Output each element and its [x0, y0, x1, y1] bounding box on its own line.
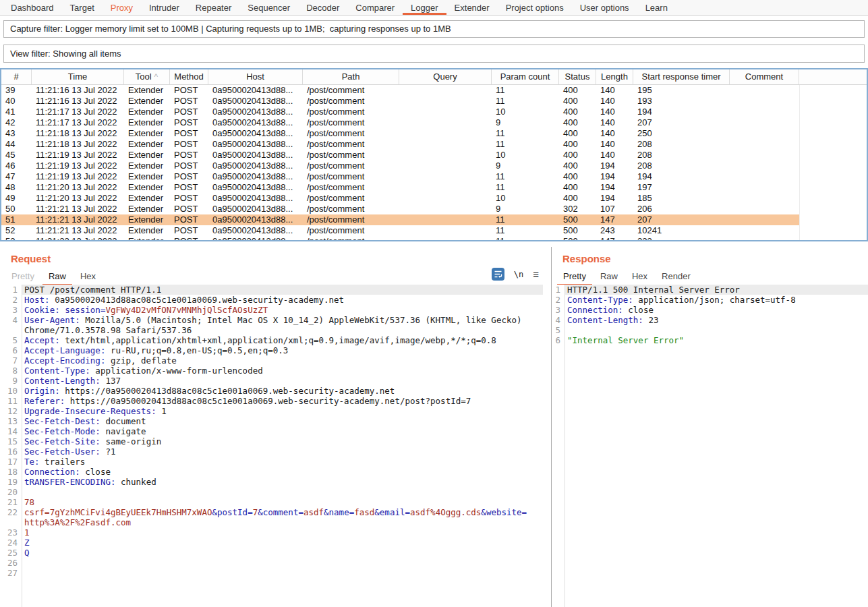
column-header--[interactable]: #	[1, 69, 32, 84]
table-row-47[interactable]: 4711:21:19 13 Jul 2022ExtenderPOST0a9500…	[1, 171, 799, 182]
cell-query	[399, 107, 492, 117]
editor-line: 4User-Agent: Mozilla/5.0 (Macintosh; Int…	[0, 315, 543, 325]
cell-host: 0a9500020413d88...	[208, 150, 303, 161]
editor-menu-icon[interactable]: ≡	[533, 269, 539, 279]
request-tab-pretty[interactable]: Pretty	[5, 269, 40, 286]
editor-line: 20	[0, 487, 543, 497]
request-tab-raw[interactable]: Raw	[42, 269, 72, 286]
cell-method: POST	[170, 225, 208, 236]
column-header-path[interactable]: Path	[303, 69, 399, 84]
line-content: HTTP/1.1 500 Internal Server Error	[565, 285, 868, 295]
table-row-44[interactable]: 4411:21:18 13 Jul 2022ExtenderPOST0a9500…	[1, 139, 799, 150]
column-header-host[interactable]: Host	[208, 69, 303, 84]
table-row-40[interactable]: 4011:21:16 13 Jul 2022ExtenderPOST0a9500…	[1, 96, 799, 107]
menu-tab-user-options[interactable]: User options	[572, 0, 637, 15]
table-row-39[interactable]: 3911:21:16 13 Jul 2022ExtenderPOST0a9500…	[1, 85, 799, 96]
line-number: 2	[0, 295, 22, 305]
view-filter-bar[interactable]: View filter: Showing all items	[3, 45, 865, 63]
table-row-42[interactable]: 4211:21:17 13 Jul 2022ExtenderPOST0a9500…	[1, 117, 799, 128]
cell-query	[399, 204, 492, 214]
cell-start-response-timer: 207	[633, 117, 730, 128]
cell-host: 0a9500020413d88...	[208, 96, 303, 107]
cell-tool: Extender	[124, 150, 170, 161]
menu-tab-logger[interactable]: Logger	[403, 0, 446, 15]
table-row-52[interactable]: 5211:21:21 13 Jul 2022ExtenderPOST0a9500…	[1, 225, 799, 236]
column-header-method[interactable]: Method	[170, 69, 208, 84]
request-tab-hex[interactable]: Hex	[74, 269, 102, 286]
cell-length: 140	[596, 117, 633, 128]
response-tab-bar: PrettyRawHexRender	[557, 269, 868, 286]
line-number	[0, 325, 22, 335]
wrap-toggle-icon[interactable]	[492, 268, 504, 281]
cell-status: 400	[559, 171, 596, 182]
cell-param-count: 11	[492, 96, 559, 107]
request-editor[interactable]: 1POST /post/comment HTTP/1.12Host: 0a950…	[0, 285, 543, 607]
menu-tab-intruder[interactable]: Intruder	[141, 0, 187, 15]
table-row-46[interactable]: 4611:21:19 13 Jul 2022ExtenderPOST0a9500…	[1, 161, 799, 171]
menu-tab-comparer[interactable]: Comparer	[347, 0, 403, 15]
response-tab-pretty[interactable]: Pretty	[557, 269, 592, 286]
column-header-length[interactable]: Length	[596, 69, 633, 84]
capture-filter-bar[interactable]: Capture filter: Logger memory limit set …	[3, 20, 865, 38]
column-header-param-count[interactable]: Param count	[492, 69, 559, 84]
cell-status: 400	[559, 85, 596, 96]
editor-line: 16Sec-Fetch-User: ?1	[0, 446, 543, 457]
table-row-45[interactable]: 4511:21:19 13 Jul 2022ExtenderPOST0a9500…	[1, 150, 799, 161]
cell-path: /post/comment	[303, 214, 399, 225]
menu-tab-learn[interactable]: Learn	[637, 0, 676, 15]
line-content: POST /post/comment HTTP/1.1	[22, 285, 543, 295]
cell-length: 147	[596, 236, 633, 241]
table-row-43[interactable]: 4311:21:18 13 Jul 2022ExtenderPOST0a9500…	[1, 128, 799, 139]
cell-path: /post/comment	[303, 139, 399, 150]
table-row-50[interactable]: 5011:21:21 13 Jul 2022ExtenderPOST0a9500…	[1, 204, 799, 214]
column-header-query[interactable]: Query	[399, 69, 492, 84]
editor-line: 5	[552, 325, 868, 335]
table-row-51[interactable]: 5111:21:21 13 Jul 2022ExtenderPOST0a9500…	[1, 214, 799, 225]
editor-line: 1POST /post/comment HTTP/1.1	[0, 285, 543, 295]
cell-start-response-timer: 208	[633, 161, 730, 171]
column-header-start-response-timer[interactable]: Start response timer	[633, 69, 730, 84]
menu-tab-sequencer[interactable]: Sequencer	[239, 0, 298, 15]
menu-tab-dashboard[interactable]: Dashboard	[3, 0, 62, 15]
editor-line: 4Content-Length: 23	[552, 315, 868, 325]
cell-start-response-timer: 185	[633, 193, 730, 204]
line-number: 11	[0, 396, 22, 406]
cell-query	[399, 182, 492, 193]
table-row-53[interactable]: 5311:21:22 13 Jul 2022ExtenderPOST0a9500…	[1, 236, 799, 241]
menu-tab-project-options[interactable]: Project options	[498, 0, 572, 15]
cell--: 53	[1, 236, 32, 241]
response-tab-render[interactable]: Render	[656, 269, 697, 286]
cell-method: POST	[170, 107, 208, 117]
cell-tool: Extender	[124, 107, 170, 117]
menu-tab-target[interactable]: Target	[62, 0, 103, 15]
menu-tab-decoder[interactable]: Decoder	[298, 0, 347, 15]
line-content: Z	[22, 538, 543, 548]
line-content: Cookie: session=VgFWy4D2vMfON7vMNMhjQlSc…	[22, 305, 543, 315]
menu-tab-extender[interactable]: Extender	[446, 0, 498, 15]
response-tab-raw[interactable]: Raw	[594, 269, 624, 286]
line-content: Upgrade-Insecure-Requests: 1	[22, 406, 543, 416]
column-header-time[interactable]: Time	[32, 69, 124, 84]
table-row-49[interactable]: 4911:21:20 13 Jul 2022ExtenderPOST0a9500…	[1, 193, 799, 204]
table-row-48[interactable]: 4811:21:20 13 Jul 2022ExtenderPOST0a9500…	[1, 182, 799, 193]
line-content: Accept-Encoding: gzip, deflate	[22, 355, 543, 366]
cell-tool: Extender	[124, 204, 170, 214]
line-number: 7	[0, 355, 22, 366]
cell-method: POST	[170, 150, 208, 161]
cell-tool: Extender	[124, 96, 170, 107]
cell-param-count: 11	[492, 214, 559, 225]
response-tab-hex[interactable]: Hex	[626, 269, 654, 286]
editor-line: 7Accept-Encoding: gzip, deflate	[0, 355, 543, 366]
column-header-tool[interactable]: Tool^	[124, 69, 170, 84]
table-row-41[interactable]: 4111:21:17 13 Jul 2022ExtenderPOST0a9500…	[1, 107, 799, 117]
cell-host: 0a9500020413d88...	[208, 214, 303, 225]
menu-tab-proxy[interactable]: Proxy	[103, 0, 141, 15]
menu-tab-repeater[interactable]: Repeater	[187, 0, 239, 15]
cell-method: POST	[170, 214, 208, 225]
cell--: 51	[1, 214, 32, 225]
line-number: 3	[0, 305, 22, 315]
column-header-comment[interactable]: Comment	[730, 69, 799, 84]
response-editor[interactable]: 1HTTP/1.1 500 Internal Server Error2Cont…	[552, 285, 868, 607]
column-header-status[interactable]: Status	[559, 69, 596, 84]
newline-toggle-icon[interactable]: \n	[514, 270, 523, 279]
